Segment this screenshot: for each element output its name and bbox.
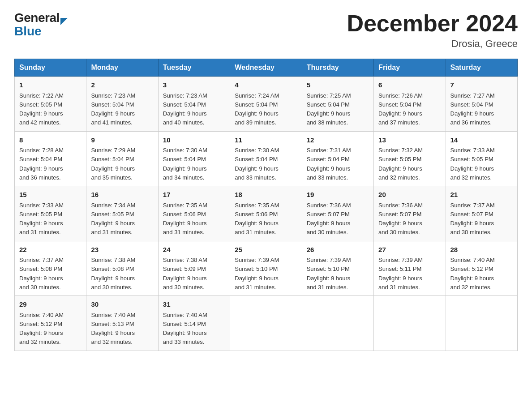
calendar-week-row: 29 Sunrise: 7:40 AMSunset: 5:12 PMDaylig… [15,296,518,351]
day-info: Sunrise: 7:38 AMSunset: 5:09 PMDaylight:… [163,257,207,291]
day-info: Sunrise: 7:35 AMSunset: 5:06 PMDaylight:… [163,202,207,236]
table-row: 26 Sunrise: 7:39 AMSunset: 5:10 PMDaylig… [302,241,373,296]
day-info: Sunrise: 7:40 AMSunset: 5:14 PMDaylight:… [163,312,207,346]
calendar-week-row: 15 Sunrise: 7:33 AMSunset: 5:05 PMDaylig… [15,186,518,241]
day-number: 7 [450,80,513,90]
table-row: 4 Sunrise: 7:24 AMSunset: 5:04 PMDayligh… [230,77,302,132]
day-info: Sunrise: 7:40 AMSunset: 5:12 PMDaylight:… [450,257,495,291]
table-row: 16 Sunrise: 7:34 AMSunset: 5:05 PMDaylig… [86,186,158,241]
day-info: Sunrise: 7:37 AMSunset: 5:08 PMDaylight:… [19,257,64,291]
day-info: Sunrise: 7:40 AMSunset: 5:12 PMDaylight:… [19,312,64,346]
table-row: 19 Sunrise: 7:36 AMSunset: 5:07 PMDaylig… [302,186,373,241]
day-number: 11 [235,135,297,146]
table-row: 31 Sunrise: 7:40 AMSunset: 5:14 PMDaylig… [158,296,230,351]
table-row: 23 Sunrise: 7:38 AMSunset: 5:08 PMDaylig… [86,241,158,296]
day-info: Sunrise: 7:38 AMSunset: 5:08 PMDaylight:… [91,257,135,291]
day-info: Sunrise: 7:39 AMSunset: 5:10 PMDaylight:… [235,257,279,291]
day-number: 1 [19,80,82,90]
day-info: Sunrise: 7:33 AMSunset: 5:05 PMDaylight:… [19,202,64,236]
day-number: 26 [307,245,369,255]
day-info: Sunrise: 7:36 AMSunset: 5:07 PMDaylight:… [378,202,423,236]
table-row: 3 Sunrise: 7:23 AMSunset: 5:04 PMDayligh… [158,77,230,132]
logo: General Blue [14,11,68,38]
day-info: Sunrise: 7:23 AMSunset: 5:04 PMDaylight:… [163,92,207,126]
table-row [230,296,302,351]
page-title: December 2024 [347,11,518,36]
table-row: 18 Sunrise: 7:35 AMSunset: 5:06 PMDaylig… [230,186,302,241]
table-row: 8 Sunrise: 7:28 AMSunset: 5:04 PMDayligh… [15,131,86,186]
day-info: Sunrise: 7:22 AMSunset: 5:05 PMDaylight:… [19,92,64,126]
table-row: 9 Sunrise: 7:29 AMSunset: 5:04 PMDayligh… [86,131,158,186]
table-row: 17 Sunrise: 7:35 AMSunset: 5:06 PMDaylig… [158,186,230,241]
day-info: Sunrise: 7:26 AMSunset: 5:04 PMDaylight:… [378,92,423,126]
day-number: 28 [450,245,513,255]
col-monday: Monday [86,59,158,77]
day-number: 9 [91,135,153,146]
day-number: 16 [91,190,153,200]
day-info: Sunrise: 7:40 AMSunset: 5:13 PMDaylight:… [91,312,135,346]
table-row: 25 Sunrise: 7:39 AMSunset: 5:10 PMDaylig… [230,241,302,296]
day-number: 15 [19,190,82,200]
col-friday: Friday [374,59,446,77]
logo-general-text: General [14,11,60,25]
day-info: Sunrise: 7:35 AMSunset: 5:06 PMDaylight:… [235,202,279,236]
table-row: 14 Sunrise: 7:33 AMSunset: 5:05 PMDaylig… [446,131,517,186]
day-number: 31 [163,300,225,310]
col-saturday: Saturday [446,59,517,77]
day-number: 30 [91,300,153,310]
day-number: 19 [307,190,369,200]
calendar-week-row: 8 Sunrise: 7:28 AMSunset: 5:04 PMDayligh… [15,131,518,186]
calendar-week-row: 22 Sunrise: 7:37 AMSunset: 5:08 PMDaylig… [15,241,518,296]
table-row: 22 Sunrise: 7:37 AMSunset: 5:08 PMDaylig… [15,241,86,296]
day-info: Sunrise: 7:27 AMSunset: 5:04 PMDaylight:… [450,92,495,126]
day-number: 24 [163,245,225,255]
calendar-week-row: 1 Sunrise: 7:22 AMSunset: 5:05 PMDayligh… [15,77,518,132]
day-info: Sunrise: 7:32 AMSunset: 5:05 PMDaylight:… [378,147,423,181]
day-number: 5 [307,80,369,90]
table-row: 30 Sunrise: 7:40 AMSunset: 5:13 PMDaylig… [86,296,158,351]
table-row: 20 Sunrise: 7:36 AMSunset: 5:07 PMDaylig… [374,186,446,241]
title-block: December 2024 Drosia, Greece [347,11,518,50]
day-number: 25 [235,245,297,255]
day-info: Sunrise: 7:39 AMSunset: 5:10 PMDaylight:… [307,257,351,291]
table-row: 27 Sunrise: 7:39 AMSunset: 5:11 PMDaylig… [374,241,446,296]
day-number: 20 [378,190,441,200]
table-row: 11 Sunrise: 7:30 AMSunset: 5:04 PMDaylig… [230,131,302,186]
day-number: 6 [378,80,441,90]
day-number: 13 [378,135,441,146]
col-wednesday: Wednesday [230,59,302,77]
day-number: 2 [91,80,153,90]
day-number: 21 [450,190,513,200]
page-header: General Blue December 2024 Drosia, Greec… [14,11,518,50]
day-info: Sunrise: 7:28 AMSunset: 5:04 PMDaylight:… [19,147,64,181]
table-row: 29 Sunrise: 7:40 AMSunset: 5:12 PMDaylig… [15,296,86,351]
day-number: 22 [19,245,82,255]
table-row: 13 Sunrise: 7:32 AMSunset: 5:05 PMDaylig… [374,131,446,186]
col-tuesday: Tuesday [158,59,230,77]
day-number: 12 [307,135,369,146]
day-number: 4 [235,80,297,90]
table-row: 2 Sunrise: 7:23 AMSunset: 5:04 PMDayligh… [86,77,158,132]
day-number: 10 [163,135,225,146]
col-sunday: Sunday [15,59,86,77]
day-info: Sunrise: 7:23 AMSunset: 5:04 PMDaylight:… [91,92,135,126]
table-row: 7 Sunrise: 7:27 AMSunset: 5:04 PMDayligh… [446,77,517,132]
day-number: 8 [19,135,82,146]
table-row [302,296,373,351]
table-row: 6 Sunrise: 7:26 AMSunset: 5:04 PMDayligh… [374,77,446,132]
table-row: 1 Sunrise: 7:22 AMSunset: 5:05 PMDayligh… [15,77,86,132]
day-info: Sunrise: 7:36 AMSunset: 5:07 PMDaylight:… [307,202,351,236]
table-row: 5 Sunrise: 7:25 AMSunset: 5:04 PMDayligh… [302,77,373,132]
day-info: Sunrise: 7:31 AMSunset: 5:04 PMDaylight:… [307,147,351,181]
day-number: 18 [235,190,297,200]
day-number: 23 [91,245,153,255]
day-number: 29 [19,300,82,310]
day-number: 17 [163,190,225,200]
table-row: 10 Sunrise: 7:30 AMSunset: 5:04 PMDaylig… [158,131,230,186]
day-info: Sunrise: 7:25 AMSunset: 5:04 PMDaylight:… [307,92,351,126]
day-info: Sunrise: 7:30 AMSunset: 5:04 PMDaylight:… [163,147,207,181]
day-number: 3 [163,80,225,90]
calendar-header-row: Sunday Monday Tuesday Wednesday Thursday… [15,59,518,77]
calendar-table: Sunday Monday Tuesday Wednesday Thursday… [14,59,518,351]
day-number: 14 [450,135,513,146]
